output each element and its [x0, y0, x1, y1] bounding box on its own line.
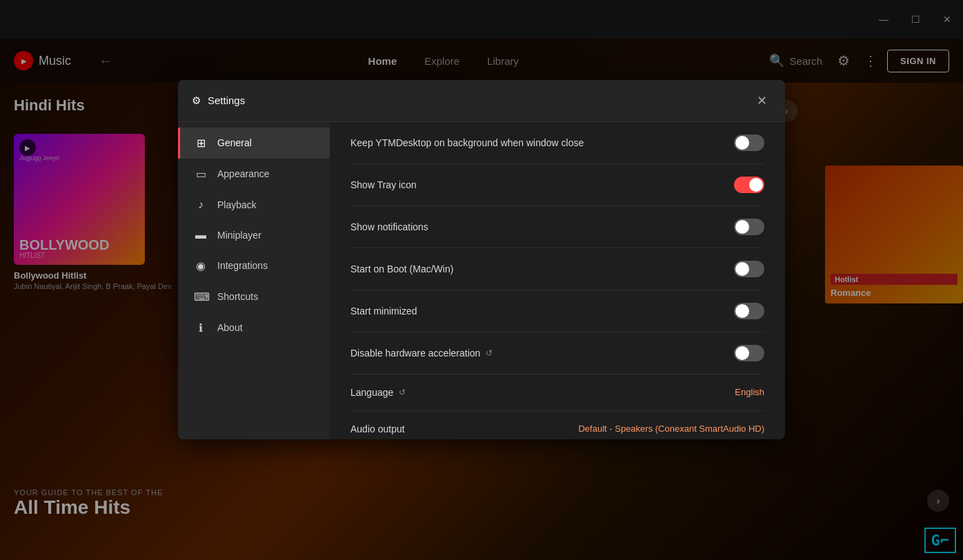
sidebar-item-about[interactable]: ℹ About — [178, 312, 330, 343]
sidebar-label-playback: Playback — [217, 199, 257, 210]
setting-row-show-tray: Show Tray icon — [350, 164, 764, 206]
setting-row-language: Language ↺ English — [350, 374, 764, 411]
setting-row-audio-output: Audio output Default - Speakers (Conexan… — [350, 411, 764, 439]
settings-sidebar: ⊞ General ▭ Appearance ♪ Playback ▬ Mini… — [178, 122, 330, 439]
setting-row-start-minimized: Start minimized — [350, 290, 764, 332]
show-tray-label: Show Tray icon — [350, 179, 417, 190]
setting-row-keep-background: Keep YTMDesktop on background when windo… — [350, 122, 764, 164]
settings-content: Keep YTMDesktop on background when windo… — [330, 122, 785, 439]
sidebar-label-general: General — [217, 137, 252, 148]
show-notifications-label: Show notifications — [350, 221, 428, 232]
settings-gear-icon: ⚙ — [192, 94, 201, 107]
sidebar-item-miniplayer[interactable]: ▬ Miniplayer — [178, 220, 330, 250]
sidebar-label-appearance: Appearance — [217, 168, 270, 179]
disable-hw-label: Disable hardware acceleration ↺ — [350, 348, 493, 359]
setting-row-start-boot: Start on Boot (Mac/Win) — [350, 248, 764, 290]
start-minimized-toggle[interactable] — [734, 303, 764, 319]
appearance-icon: ▭ — [194, 168, 208, 181]
sidebar-item-general[interactable]: ⊞ General — [178, 128, 330, 159]
start-boot-label: Start on Boot (Mac/Win) — [350, 263, 453, 274]
audio-output-label: Audio output — [350, 423, 405, 434]
keep-background-toggle[interactable] — [734, 134, 764, 151]
settings-header: ⚙ Settings ✕ — [178, 80, 785, 122]
settings-close-button[interactable]: ✕ — [752, 91, 771, 110]
sidebar-item-appearance[interactable]: ▭ Appearance — [178, 159, 330, 190]
setting-row-disable-hw: Disable hardware acceleration ↺ — [350, 332, 764, 374]
about-icon: ℹ — [194, 321, 208, 334]
settings-title: Settings — [208, 94, 245, 106]
shortcuts-icon: ⌨ — [194, 290, 208, 303]
settings-title-area: ⚙ Settings — [192, 94, 245, 107]
start-boot-toggle[interactable] — [734, 261, 764, 277]
language-value[interactable]: English — [735, 387, 764, 397]
sidebar-label-miniplayer: Miniplayer — [217, 230, 261, 241]
sidebar-label-shortcuts: Shortcuts — [217, 291, 258, 302]
modal-overlay: ⚙ Settings ✕ ⊞ General ▭ Appearance ♪ Pl… — [0, 0, 963, 560]
general-icon: ⊞ — [194, 137, 208, 150]
setting-row-show-notifications: Show notifications — [350, 206, 764, 248]
playback-icon: ♪ — [194, 199, 208, 211]
disable-hw-toggle[interactable] — [734, 345, 764, 361]
sidebar-item-shortcuts[interactable]: ⌨ Shortcuts — [178, 281, 330, 312]
start-minimized-label: Start minimized — [350, 306, 417, 317]
integrations-icon: ◉ — [194, 259, 208, 272]
language-label: Language ↺ — [350, 387, 406, 398]
audio-output-value[interactable]: Default - Speakers (Conexant SmartAudio … — [578, 423, 764, 434]
settings-body: ⊞ General ▭ Appearance ♪ Playback ▬ Mini… — [178, 122, 785, 439]
language-refresh[interactable]: ↺ — [399, 388, 406, 397]
sidebar-item-playback[interactable]: ♪ Playback — [178, 190, 330, 220]
miniplayer-icon: ▬ — [194, 229, 208, 241]
sidebar-label-integrations: Integrations — [217, 260, 268, 271]
show-tray-toggle[interactable] — [734, 177, 764, 193]
sidebar-label-about: About — [217, 322, 243, 333]
sidebar-item-integrations[interactable]: ◉ Integrations — [178, 250, 330, 281]
keep-background-label: Keep YTMDesktop on background when windo… — [350, 137, 584, 148]
show-notifications-toggle[interactable] — [734, 219, 764, 235]
disable-hw-refresh[interactable]: ↺ — [486, 348, 493, 358]
settings-dialog: ⚙ Settings ✕ ⊞ General ▭ Appearance ♪ Pl… — [178, 80, 785, 439]
